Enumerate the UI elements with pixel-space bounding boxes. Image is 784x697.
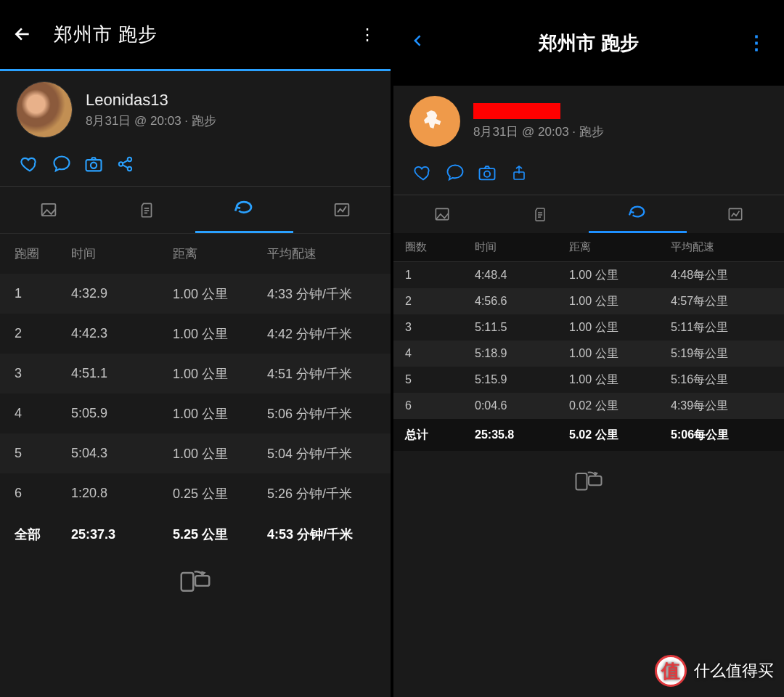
- back-icon[interactable]: [13, 25, 33, 45]
- cell-lap: 3: [15, 366, 71, 381]
- cell-lap: 1: [405, 269, 475, 282]
- cell-lap: 4: [15, 406, 71, 421]
- export-icon[interactable]: [505, 161, 533, 184]
- lap-rows: 14:48.41.00 公里4:48每公里24:56.61.00 公里4:57每…: [393, 262, 784, 419]
- cell-lap: 6: [15, 486, 71, 501]
- cell-pace: 4:42 分钟/千米: [267, 325, 379, 343]
- tab-chart[interactable]: [687, 195, 785, 233]
- comment-icon[interactable]: [48, 152, 75, 176]
- col-dist: 距离: [569, 240, 671, 254]
- profile-name: Leonidas13: [86, 91, 216, 110]
- table-header: 圈数 时间 距离 平均配速: [393, 233, 784, 262]
- rotate-icon[interactable]: [0, 555, 391, 606]
- cell-pace: 4:51 分钟/千米: [267, 365, 379, 383]
- share-icon[interactable]: [112, 152, 139, 176]
- tab-stats[interactable]: [491, 195, 589, 233]
- svg-rect-14: [576, 473, 587, 490]
- tab-chart[interactable]: [293, 187, 391, 233]
- cell-pace: 5:06 分钟/千米: [267, 405, 379, 423]
- tab-map[interactable]: [393, 195, 491, 233]
- camera-icon[interactable]: [80, 152, 107, 176]
- cell-lap: 2: [15, 326, 71, 341]
- svg-rect-0: [86, 160, 102, 171]
- watermark: 值 什么值得买: [655, 655, 774, 687]
- tab-laps[interactable]: [195, 187, 293, 233]
- cell-dist: 1.00 公里: [569, 268, 671, 283]
- cell-pace: 4:57每公里: [671, 294, 774, 309]
- cell-time: 4:51.1: [71, 366, 173, 381]
- cell-time: 5:04.3: [71, 446, 173, 461]
- table-row: 14:48.41.00 公里4:48每公里: [393, 262, 784, 288]
- total-row: 全部 25:37.3 5.25 公里 4:53 分钟/千米: [0, 513, 391, 555]
- cell-dist: 1.00 公里: [569, 346, 671, 362]
- total-time: 25:37.3: [71, 527, 173, 542]
- profile-row: Leonidas13 8月31日 @ 20:03 · 跑步: [0, 71, 391, 147]
- total-dist: 5.02 公里: [569, 428, 671, 443]
- total-row: 总计 25:35.8 5.02 公里 5:06每公里: [393, 419, 784, 451]
- profile-name-redacted: [473, 103, 560, 119]
- cell-time: 4:32.9: [71, 286, 173, 301]
- col-dist: 距离: [173, 245, 267, 262]
- col-lap: 跑圈: [15, 245, 71, 262]
- rotate-icon[interactable]: [393, 451, 784, 505]
- tabs: [0, 186, 391, 233]
- tab-stats[interactable]: [98, 187, 196, 233]
- table-row: 34:51.11.00 公里4:51 分钟/千米: [0, 354, 391, 394]
- cell-dist: 1.00 公里: [569, 372, 671, 388]
- cell-time: 4:42.3: [71, 326, 173, 341]
- cell-time: 5:11.5: [475, 321, 569, 334]
- cell-lap: 6: [405, 399, 475, 412]
- page-title: 郑州市 跑步: [431, 30, 746, 56]
- more-icon[interactable]: ⋮: [746, 28, 767, 57]
- svg-rect-8: [195, 576, 209, 586]
- table-row: 24:42.31.00 公里4:42 分钟/千米: [0, 314, 391, 354]
- cell-pace: 5:26 分钟/千米: [267, 485, 379, 502]
- col-pace: 平均配速: [267, 245, 379, 262]
- table-row: 55:15.91.00 公里5:16每公里: [393, 367, 784, 393]
- total-label: 总计: [405, 428, 475, 443]
- col-pace: 平均配速: [671, 240, 774, 254]
- profile-meta: 8月31日 @ 20:03 · 跑步: [473, 123, 604, 140]
- like-icon[interactable]: [16, 152, 44, 176]
- svg-point-3: [128, 158, 131, 161]
- right-phone: 郑州市 跑步 ⋮ 8月31日 @ 20:03 · 跑步 圈数: [393, 0, 784, 697]
- camera-icon[interactable]: [473, 161, 501, 184]
- cell-lap: 3: [405, 321, 475, 334]
- left-phone: 郑州市 跑步 ⋮ Leonidas13 8月31日 @ 20:03 · 跑步 跑…: [0, 0, 391, 697]
- tab-laps[interactable]: [589, 195, 687, 233]
- tabs: [393, 195, 784, 233]
- cell-time: 5:18.9: [475, 347, 569, 360]
- action-bar: [393, 155, 784, 195]
- svg-point-1: [91, 163, 97, 168]
- cell-time: 5:05.9: [71, 406, 173, 421]
- total-dist: 5.25 公里: [173, 526, 267, 543]
- watermark-badge-icon: 值: [655, 655, 687, 687]
- cell-time: 0:04.6: [475, 399, 569, 412]
- table-row: 45:05.91.00 公里5:06 分钟/千米: [0, 394, 391, 433]
- lap-rows: 14:32.91.00 公里4:33 分钟/千米24:42.31.00 公里4:…: [0, 274, 391, 513]
- cell-pace: 5:11每公里: [671, 320, 774, 335]
- cell-lap: 4: [405, 347, 475, 360]
- total-pace: 4:53 分钟/千米: [267, 526, 379, 543]
- avatar[interactable]: [16, 81, 73, 138]
- tab-map[interactable]: [0, 187, 98, 233]
- cell-lap: 5: [405, 373, 475, 386]
- cell-dist: 1.00 公里: [173, 405, 267, 423]
- header: 郑州市 跑步 ⋮: [393, 0, 784, 86]
- cell-dist: 1.00 公里: [569, 320, 671, 335]
- svg-point-4: [128, 167, 131, 171]
- svg-rect-9: [480, 168, 495, 179]
- more-icon[interactable]: ⋮: [357, 25, 377, 45]
- cell-pace: 5:16每公里: [671, 372, 774, 388]
- back-icon[interactable]: [411, 28, 431, 57]
- like-icon[interactable]: [409, 161, 437, 184]
- comment-icon[interactable]: [441, 161, 469, 184]
- col-time: 时间: [475, 240, 569, 254]
- cell-time: 1:20.8: [71, 486, 173, 501]
- avatar[interactable]: [409, 96, 460, 147]
- cell-lap: 2: [405, 295, 475, 308]
- cell-pace: 4:39每公里: [671, 399, 774, 414]
- action-bar: [0, 147, 391, 186]
- total-pace: 5:06每公里: [671, 428, 774, 443]
- profile-meta: 8月31日 @ 20:03 · 跑步: [86, 113, 216, 129]
